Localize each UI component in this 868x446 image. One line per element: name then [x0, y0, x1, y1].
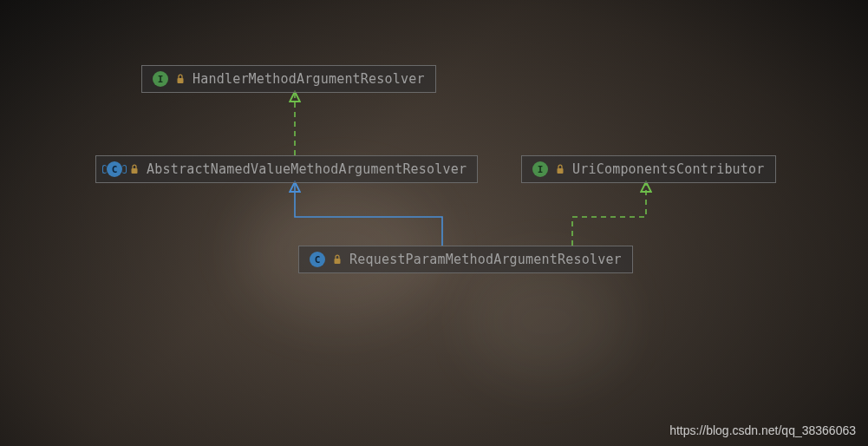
lock-icon	[129, 164, 140, 174]
svg-rect-3	[335, 259, 341, 264]
bg-highlight	[468, 260, 624, 382]
svg-rect-1	[132, 168, 138, 174]
node-request-param-method-argument-resolver[interactable]: C RequestParamMethodArgumentResolver	[298, 246, 633, 273]
node-label: UriComponentsContributor	[572, 161, 765, 177]
lock-icon	[332, 254, 343, 265]
interface-icon: I	[153, 71, 168, 87]
interface-icon: I	[532, 161, 548, 177]
svg-rect-2	[558, 168, 564, 174]
node-abstract-named-value-method-argument-resolver[interactable]: C AbstractNamedValueMethodArgumentResolv…	[95, 155, 478, 183]
watermark-text: https://blog.csdn.net/qq_38366063	[669, 423, 856, 437]
node-label: AbstractNamedValueMethodArgumentResolver	[147, 161, 467, 177]
diagram-canvas: I HandlerMethodArgumentResolver C Abstra…	[0, 0, 868, 446]
node-label: RequestParamMethodArgumentResolver	[349, 252, 622, 267]
lock-icon	[555, 164, 565, 174]
lock-icon	[175, 74, 186, 84]
abstract-class-icon: C	[107, 161, 122, 177]
node-handler-method-argument-resolver[interactable]: I HandlerMethodArgumentResolver	[141, 65, 436, 93]
node-label: HandlerMethodArgumentResolver	[193, 71, 425, 87]
class-icon: C	[310, 252, 325, 267]
svg-rect-0	[178, 78, 184, 83]
node-uri-components-contributor[interactable]: I UriComponentsContributor	[521, 155, 776, 183]
